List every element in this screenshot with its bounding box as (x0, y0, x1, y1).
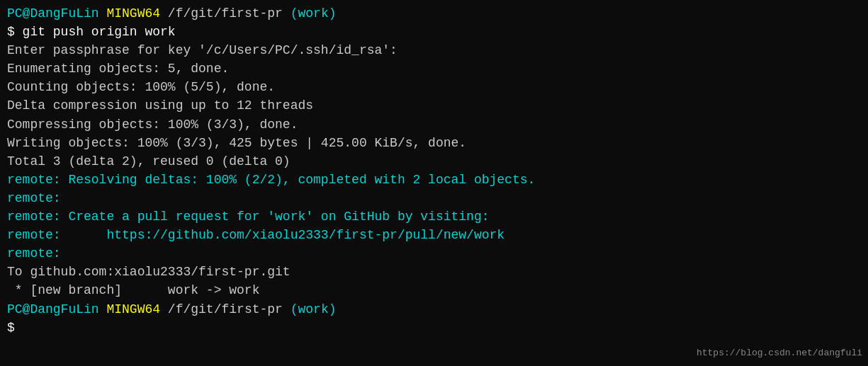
watermark: https://blog.csdn.net/dangfuli (697, 347, 862, 360)
terminal-line: Counting objects: 100% (5/5), done. (7, 78, 861, 96)
terminal-line: remote: Create a pull request for 'work'… (7, 207, 861, 226)
terminal-line: Writing objects: 100% (3/3), 425 bytes |… (7, 134, 861, 152)
terminal-line: Enter passphrase for key '/c/Users/PC/.s… (7, 41, 861, 59)
terminal-line: To github.com:xiaolu2333/first-pr.git (7, 263, 861, 281)
terminal-line: Enumerating objects: 5, done. (7, 59, 861, 78)
terminal-line: Compressing objects: 100% (3/3), done. (7, 115, 861, 134)
terminal-window: PC@DangFuLin MINGW64 /f/git/first-pr (wo… (0, 0, 868, 366)
terminal-line: * [new branch] work -> work (7, 281, 861, 299)
terminal-line: remote: (7, 244, 861, 263)
terminal-line: remote: Resolving deltas: 100% (2/2), co… (7, 171, 861, 189)
terminal-line: Total 3 (delta 2), reused 0 (delta 0) (7, 152, 861, 171)
terminal-line: remote: (7, 189, 861, 207)
terminal-line: PC@DangFuLin MINGW64 /f/git/first-pr (wo… (7, 300, 861, 319)
terminal-line: PC@DangFuLin MINGW64 /f/git/first-pr (wo… (7, 4, 861, 23)
terminal-line: $ git push origin work (7, 23, 861, 41)
terminal-line: remote: https://github.com/xiaolu2333/fi… (7, 226, 861, 244)
terminal-line: $ (7, 319, 861, 337)
terminal-line: Delta compression using up to 12 threads (7, 96, 861, 115)
